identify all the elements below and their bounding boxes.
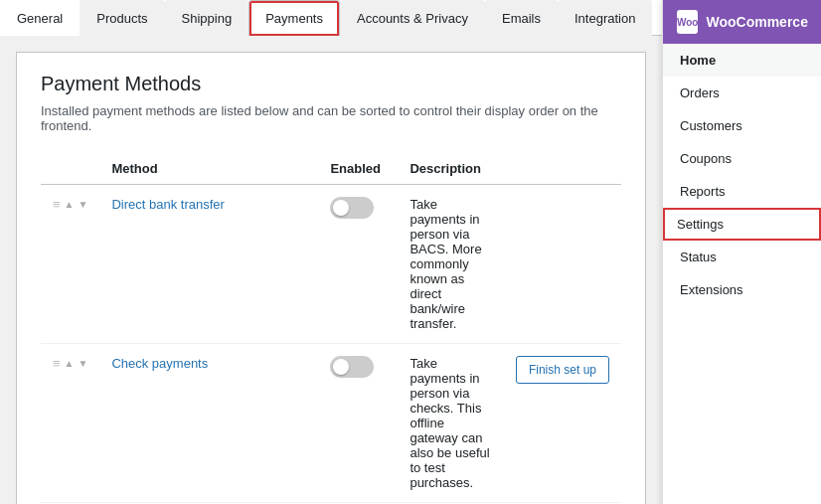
toggle-slider-check-payments	[330, 356, 374, 378]
enabled-cell	[318, 185, 398, 344]
page-wrapper: General Products Shipping Payments Accou…	[0, 0, 821, 504]
action-cell-direct-bank	[504, 185, 621, 344]
sidebar-item-status[interactable]: Status	[663, 241, 821, 273]
toggle-check-payments[interactable]	[330, 356, 374, 378]
tab-shipping[interactable]: Shipping	[165, 0, 249, 36]
sidebar-item-label: Settings	[677, 217, 724, 232]
table-row: ≡ ▲ ▼ Check payments	[41, 344, 621, 503]
description-cell: Take payments in person via checks. This…	[398, 344, 504, 503]
tab-general[interactable]: General	[0, 0, 80, 36]
drag-handle-icon[interactable]: ≡	[53, 197, 61, 212]
tab-products[interactable]: Products	[80, 0, 164, 36]
woo-logo: Woo	[677, 10, 698, 34]
sidebar-item-label: Status	[680, 250, 717, 264]
sidebar-item-settings[interactable]: Settings	[663, 208, 821, 241]
tab-integration[interactable]: Integration	[558, 0, 652, 36]
col-method-header: Method	[99, 153, 318, 185]
sidebar-item-orders[interactable]: Orders	[663, 77, 821, 109]
page-description: Installed payment methods are listed bel…	[41, 103, 621, 133]
enabled-cell	[318, 344, 398, 503]
sidebar-item-reports[interactable]: Reports	[663, 175, 821, 208]
sidebar-item-label: Home	[680, 53, 716, 68]
col-description-header: Description	[398, 153, 504, 185]
content-panel: Payment Methods Installed payment method…	[16, 52, 646, 504]
col-action-header	[504, 153, 621, 185]
chevron-up-icon[interactable]: ▲	[65, 358, 75, 369]
drag-handle-icon[interactable]: ≡	[53, 356, 61, 371]
woo-header: Woo WooCommerce	[663, 0, 821, 44]
table-header-row: Method Enabled Description	[41, 153, 621, 185]
drag-cell: ≡ ▲ ▼	[41, 185, 99, 344]
sidebar-item-coupons[interactable]: Coupons	[663, 142, 821, 175]
tab-emails[interactable]: Emails	[485, 0, 558, 36]
tab-accounts[interactable]: Accounts & Privacy	[340, 0, 485, 36]
description-cell: Take payments in person via BACS. More c…	[398, 185, 504, 344]
tabs-bar: General Products Shipping Payments Accou…	[0, 0, 662, 36]
sidebar-item-label: Reports	[680, 184, 726, 199]
woo-logo-icon: Woo	[677, 17, 698, 28]
page-title: Payment Methods	[41, 73, 621, 95]
col-enabled-header: Enabled	[318, 153, 398, 185]
tab-payments[interactable]: Payments	[248, 0, 340, 36]
sidebar-item-customers[interactable]: Customers	[663, 109, 821, 142]
woo-brand-name: WooCommerce	[706, 14, 807, 30]
action-cell-check-payments: Finish set up	[504, 344, 621, 503]
drag-cell: ≡ ▲ ▼	[41, 344, 99, 503]
main-content: General Products Shipping Payments Accou…	[0, 0, 662, 504]
woo-navigation: Home Orders Customers Coupons Reports Se…	[663, 44, 821, 306]
finish-setup-button-check[interactable]: Finish set up	[516, 356, 609, 384]
method-cell: Check payments	[99, 344, 318, 503]
sidebar-item-label: Customers	[680, 118, 742, 133]
toggle-slider-direct-bank	[330, 197, 374, 219]
woocommerce-sidebar: Woo WooCommerce Home Orders Customers Co…	[662, 0, 821, 504]
payment-methods-table: Method Enabled Description ≡ ▲ ▼	[41, 153, 621, 504]
row-controls: ≡ ▲ ▼	[53, 197, 87, 212]
toggle-direct-bank[interactable]	[330, 197, 374, 219]
col-drag	[41, 153, 99, 185]
method-cell: Direct bank transfer	[99, 185, 318, 344]
method-link-check-payments[interactable]: Check payments	[111, 356, 208, 371]
sidebar-item-label: Orders	[680, 85, 720, 100]
sidebar-item-home[interactable]: Home	[663, 44, 821, 77]
row-controls: ≡ ▲ ▼	[53, 356, 87, 371]
sidebar-item-label: Extensions	[680, 282, 743, 297]
method-link-direct-bank[interactable]: Direct bank transfer	[111, 197, 224, 212]
sidebar-item-extensions[interactable]: Extensions	[663, 273, 821, 306]
sidebar-item-label: Coupons	[680, 151, 732, 166]
chevron-down-icon[interactable]: ▼	[79, 358, 88, 369]
chevron-up-icon[interactable]: ▲	[65, 199, 75, 210]
chevron-down-icon[interactable]: ▼	[79, 199, 88, 210]
table-row: ≡ ▲ ▼ Direct bank transfer	[41, 185, 621, 344]
